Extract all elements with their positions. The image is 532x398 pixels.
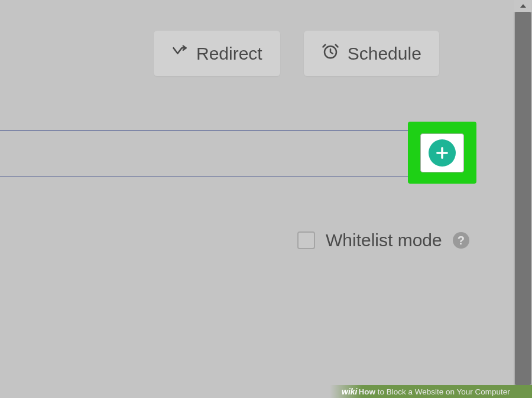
redirect-button[interactable]: Redirect (154, 31, 280, 76)
schedule-button[interactable]: Schedule (304, 31, 439, 76)
clock-icon (322, 43, 339, 64)
app-content: Redirect Schedule (0, 0, 514, 386)
scroll-up-button[interactable] (514, 0, 532, 12)
vertical-scrollbar[interactable] (514, 0, 532, 398)
help-icon[interactable]: ? (453, 232, 469, 249)
schedule-label: Schedule (348, 44, 421, 64)
tabs-row: Redirect Schedule (154, 31, 439, 76)
redirect-label: Redirect (196, 44, 262, 64)
whitelist-label: Whitelist mode (326, 230, 442, 250)
wikihow-attribution: wiki How to Block a Website on Your Comp… (330, 385, 532, 398)
plus-icon (429, 139, 456, 167)
scroll-thumb[interactable] (515, 12, 531, 385)
whitelist-checkbox[interactable] (297, 231, 315, 249)
whitelist-row: Whitelist mode ? (297, 230, 469, 250)
footer-brand: wiki (342, 387, 357, 396)
url-input[interactable] (0, 131, 408, 177)
add-button[interactable] (420, 133, 464, 172)
footer-title: How to Block a Website on Your Computer (358, 387, 510, 396)
url-input-row (0, 130, 408, 177)
add-button-highlight (408, 122, 476, 184)
redirect-icon (171, 43, 188, 64)
